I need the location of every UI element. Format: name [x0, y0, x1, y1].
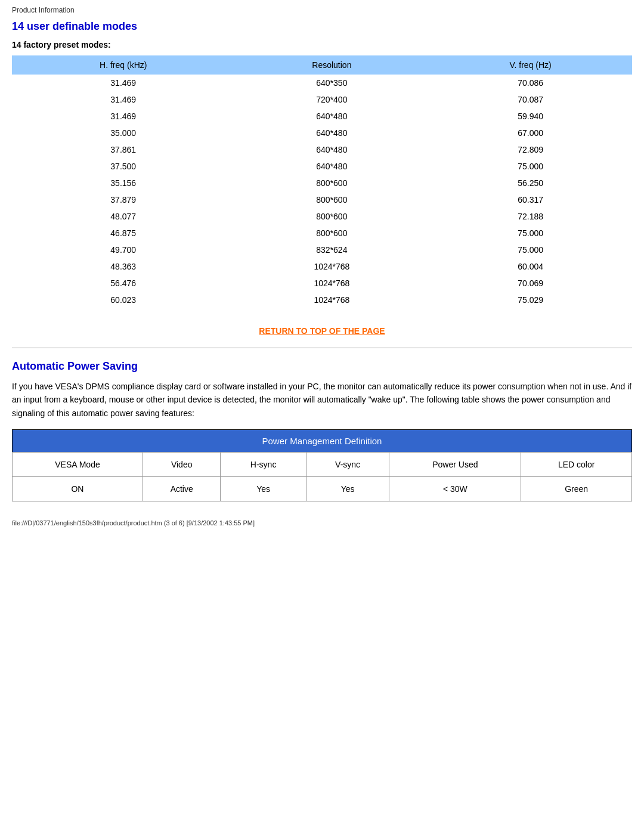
power-vesa-mode: ON	[13, 477, 143, 501]
table-row: 31.469720*40070.087	[12, 91, 632, 108]
table-cell: 800*600	[234, 191, 429, 208]
header-vfreq: V. freq (Hz)	[429, 55, 632, 75]
table-cell: 75.029	[429, 292, 632, 308]
table-cell: 72.188	[429, 208, 632, 225]
table-cell: 56.250	[429, 175, 632, 191]
table-cell: 1024*768	[234, 275, 429, 292]
table-cell: 1024*768	[234, 292, 429, 308]
table-cell: 832*624	[234, 241, 429, 258]
power-mgmt-table: Power Management Definition VESA Mode Vi…	[12, 429, 632, 501]
table-cell: 640*480	[234, 158, 429, 175]
return-link-container: RETURN TO TOP OF THE PAGE	[12, 326, 632, 336]
table-cell: 31.469	[12, 108, 234, 125]
table-cell: 72.809	[429, 141, 632, 158]
modes-subtitle: 14 factory preset modes:	[12, 40, 632, 49]
table-row: 48.077800*60072.188	[12, 208, 632, 225]
table-row: 37.500640*48075.000	[12, 158, 632, 175]
power-vsync: Yes	[306, 477, 389, 501]
header-resolution: Resolution	[234, 55, 429, 75]
power-table-header-row: VESA Mode Video H-sync V-sync Power Used…	[13, 453, 632, 477]
table-cell: 31.469	[12, 75, 234, 91]
table-cell: 70.086	[429, 75, 632, 91]
return-to-top-link[interactable]: RETURN TO TOP OF THE PAGE	[259, 326, 385, 336]
table-cell: 35.156	[12, 175, 234, 191]
breadcrumb: Product Information	[12, 6, 632, 14]
power-header-vesa: VESA Mode	[13, 453, 143, 477]
table-row: 35.156800*60056.250	[12, 175, 632, 191]
table-cell: 37.879	[12, 191, 234, 208]
table-cell: 640*480	[234, 108, 429, 125]
power-header-video: Video	[143, 453, 220, 477]
power-description: If you have VESA's DPMS compliance displ…	[12, 380, 632, 420]
frequency-table: H. freq (kHz) Resolution V. freq (Hz) 31…	[12, 55, 632, 308]
power-table-title: Power Management Definition	[13, 430, 632, 453]
table-cell: 70.069	[429, 275, 632, 292]
footer: file:///D|/03771/english/150s3fh/product…	[12, 519, 632, 527]
table-cell: 60.004	[429, 258, 632, 275]
table-cell: 75.000	[429, 241, 632, 258]
table-cell: 31.469	[12, 91, 234, 108]
divider	[12, 348, 632, 348]
table-row: 48.3631024*76860.004	[12, 258, 632, 275]
power-header-vsync: V-sync	[306, 453, 389, 477]
table-cell: 70.087	[429, 91, 632, 108]
table-cell: 720*400	[234, 91, 429, 108]
table-cell: 60.023	[12, 292, 234, 308]
table-row: 60.0231024*76875.029	[12, 292, 632, 308]
power-video: Active	[143, 477, 220, 501]
power-table-title-row: Power Management Definition	[13, 430, 632, 453]
table-row: 37.879800*60060.317	[12, 191, 632, 208]
power-hsync: Yes	[221, 477, 306, 501]
table-cell: 37.861	[12, 141, 234, 158]
table-row: 46.875800*60075.000	[12, 225, 632, 241]
table-cell: 35.000	[12, 125, 234, 141]
table-cell: 59.940	[429, 108, 632, 125]
table-cell: 60.317	[429, 191, 632, 208]
table-cell: 48.363	[12, 258, 234, 275]
table-cell: 640*480	[234, 141, 429, 158]
table-cell: 800*600	[234, 208, 429, 225]
table-row: 31.469640*48059.940	[12, 108, 632, 125]
table-row: 37.861640*48072.809	[12, 141, 632, 158]
freq-table-header-row: H. freq (kHz) Resolution V. freq (Hz)	[12, 55, 632, 75]
power-header-led: LED color	[521, 453, 632, 477]
power-title: Automatic Power Saving	[12, 360, 632, 373]
table-cell: 1024*768	[234, 258, 429, 275]
table-cell: 800*600	[234, 225, 429, 241]
table-cell: 48.077	[12, 208, 234, 225]
power-header-hsync: H-sync	[221, 453, 306, 477]
table-cell: 67.000	[429, 125, 632, 141]
power-used: < 30W	[389, 477, 521, 501]
table-cell: 640*350	[234, 75, 429, 91]
power-led: Green	[521, 477, 632, 501]
table-cell: 46.875	[12, 225, 234, 241]
table-cell: 56.476	[12, 275, 234, 292]
table-row: 49.700832*62475.000	[12, 241, 632, 258]
power-data-row: ON Active Yes Yes < 30W Green	[13, 477, 632, 501]
table-row: 31.469640*35070.086	[12, 75, 632, 91]
table-row: 35.000640*48067.000	[12, 125, 632, 141]
table-cell: 75.000	[429, 225, 632, 241]
table-cell: 49.700	[12, 241, 234, 258]
table-cell: 640*480	[234, 125, 429, 141]
table-cell: 75.000	[429, 158, 632, 175]
header-hfreq: H. freq (kHz)	[12, 55, 234, 75]
modes-title: 14 user definable modes	[12, 20, 632, 33]
table-cell: 37.500	[12, 158, 234, 175]
table-cell: 800*600	[234, 175, 429, 191]
power-header-used: Power Used	[389, 453, 521, 477]
table-row: 56.4761024*76870.069	[12, 275, 632, 292]
